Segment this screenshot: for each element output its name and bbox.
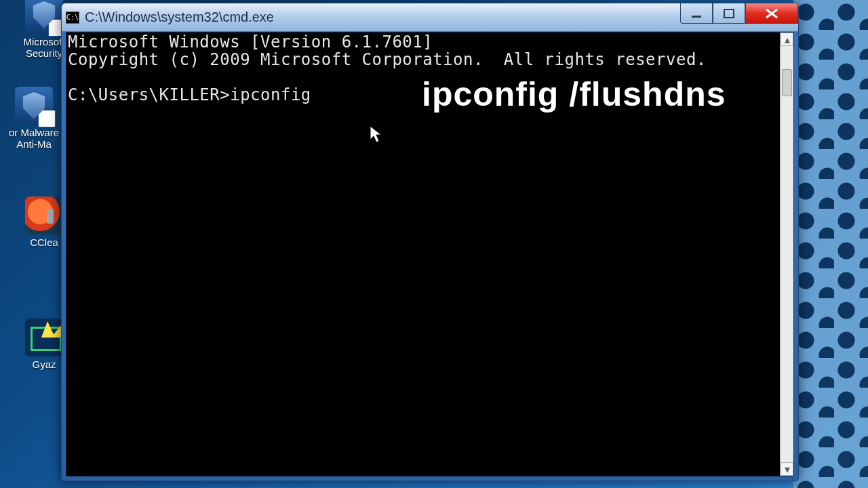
scroll-down-button[interactable]: ▾ bbox=[781, 462, 793, 476]
terminal[interactable]: Microsoft Windows [Version 6.1.7601] Cop… bbox=[66, 33, 780, 476]
chevron-up-icon: ▴ bbox=[785, 33, 790, 46]
terminal-line: Copyright (c) 2009 Microsoft Corporation… bbox=[68, 50, 707, 69]
close-button[interactable] bbox=[745, 3, 798, 24]
maximize-button[interactable] bbox=[713, 3, 745, 24]
svg-rect-1 bbox=[724, 9, 734, 18]
client-area: Microsoft Windows [Version 6.1.7601] Cop… bbox=[66, 32, 794, 476]
svg-marker-4 bbox=[370, 126, 381, 142]
maximize-icon bbox=[723, 9, 735, 18]
icon-label: or Malware bbox=[0, 127, 68, 139]
scroll-track[interactable] bbox=[781, 46, 793, 462]
shield-icon bbox=[25, 0, 63, 34]
svg-rect-0 bbox=[692, 16, 701, 18]
shield-icon bbox=[15, 87, 53, 125]
desktop-background: Microsoft Security or Malware Anti-Ma CC… bbox=[0, 0, 868, 488]
ccleaner-icon bbox=[25, 197, 63, 235]
minimize-icon bbox=[690, 9, 703, 18]
icon-label: Anti-Ma bbox=[0, 139, 68, 150]
chevron-down-icon: ▾ bbox=[785, 463, 790, 476]
window-controls bbox=[680, 3, 798, 24]
vertical-scrollbar[interactable]: ▴ ▾ bbox=[780, 33, 793, 476]
terminal-command: ipconfig bbox=[230, 85, 311, 104]
desktop-icon-antimalware[interactable]: or Malware Anti-Ma bbox=[0, 87, 68, 150]
overlay-caption: ipconfig /flushdns bbox=[422, 76, 726, 113]
terminal-prompt: C:\Users\KILLER> bbox=[68, 85, 230, 104]
gyazo-icon bbox=[25, 319, 63, 357]
close-icon bbox=[764, 8, 779, 19]
desktop-pattern bbox=[793, 0, 868, 488]
window-title: C:\Windows\system32\cmd.exe bbox=[85, 9, 274, 25]
scroll-up-button[interactable]: ▴ bbox=[781, 33, 793, 46]
cmd-appicon: C:\ bbox=[66, 12, 79, 24]
appicon-glyph: C:\ bbox=[66, 14, 79, 21]
terminal-line: Microsoft Windows [Version 6.1.7601] bbox=[68, 33, 433, 52]
titlebar[interactable]: C:\ C:\Windows\system32\cmd.exe bbox=[62, 3, 798, 32]
cmd-window[interactable]: C:\ C:\Windows\system32\cmd.exe Microso bbox=[61, 3, 799, 481]
scroll-thumb[interactable] bbox=[782, 69, 792, 96]
minimize-button[interactable] bbox=[680, 3, 713, 24]
